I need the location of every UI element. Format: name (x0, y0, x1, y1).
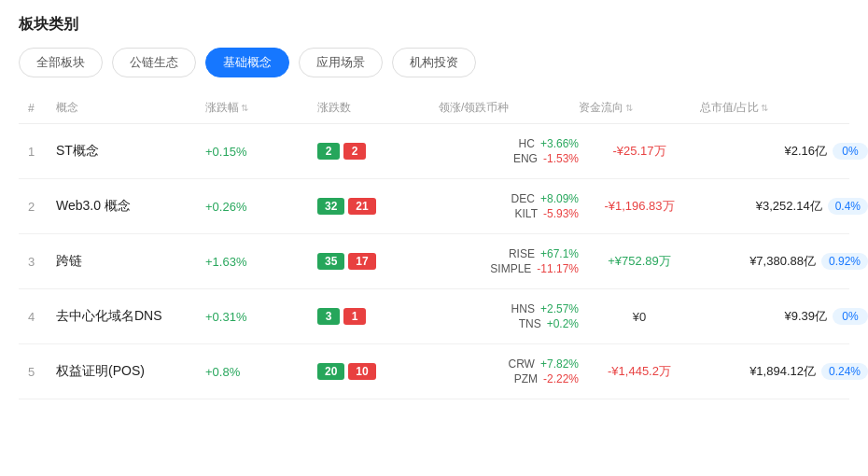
table-row[interactable]: 5 权益证明(POS) +0.8% 20 10 CRW +7.82% PZM -… (19, 344, 849, 399)
table-row[interactable]: 2 Web3.0 概念 +0.26% 32 21 DEC +8.09% KILT… (19, 179, 849, 234)
lead-up-pct: +7.82% (540, 357, 579, 371)
change-pct: +0.8% (205, 365, 317, 379)
lead-up-row: HNS +2.57% (494, 302, 579, 315)
row-index: 1 (28, 145, 56, 159)
concept-name: 跨链 (56, 253, 205, 270)
concept-name: 权益证明(POS) (56, 363, 205, 380)
tab-btn-0[interactable]: 全部板块 (19, 48, 103, 77)
tab-btn-1[interactable]: 公链生态 (112, 48, 196, 77)
tab-btn-3[interactable]: 应用场景 (299, 48, 383, 77)
fund-flow: -¥1,196.83万 (579, 198, 700, 215)
coin-pair: HNS +2.57% TNS +0.2% (439, 302, 579, 330)
lead-down-coin: TNS (500, 317, 541, 330)
lead-down-row: TNS +0.2% (500, 317, 579, 330)
table-row[interactable]: 3 跨链 +1.63% 35 17 RISE +67.1% SIMPLE -11… (19, 234, 849, 289)
lead-up-pct: +8.09% (540, 192, 579, 205)
row-index: 5 (28, 365, 56, 379)
badge-down: 1 (343, 308, 366, 325)
table-wrapper: # 概念 涨跌幅⇅ 涨跌数 领涨/领跌币种 资金流向⇅ 总市值/占比⇅ 1 ST… (19, 92, 849, 399)
fund-flow: +¥752.89万 (579, 253, 700, 270)
sort-icon-fund: ⇅ (625, 103, 633, 113)
change-pct: +1.63% (205, 255, 317, 269)
row-index: 4 (28, 310, 56, 324)
badge-group: 32 21 (317, 198, 439, 215)
market-cap-col: ¥2.16亿 0% (700, 143, 868, 160)
lead-down-pct: -11.17% (537, 262, 579, 275)
lead-up-coin: DEC (494, 192, 535, 205)
badge-up: 20 (317, 363, 344, 380)
lead-up-row: CRW +7.82% (494, 357, 579, 371)
lead-down-coin: SIMPLE (490, 262, 531, 275)
lead-up-pct: +3.66% (540, 137, 579, 150)
lead-up-coin: HNS (494, 302, 535, 315)
cap-percent-badge: 0% (833, 143, 868, 160)
concept-name: ST概念 (56, 143, 205, 160)
market-cap-val: ¥1,894.12亿 (749, 363, 816, 380)
lead-down-pct: -5.93% (543, 207, 579, 220)
row-index: 2 (28, 200, 56, 214)
cap-percent-badge: 0.92% (821, 253, 868, 270)
lead-down-row: SIMPLE -11.17% (490, 262, 579, 275)
cap-percent-badge: 0% (833, 308, 868, 325)
lead-up-row: RISE +67.1% (494, 247, 579, 260)
change-pct: +0.15% (205, 145, 317, 159)
badge-down: 21 (348, 198, 375, 215)
lead-down-coin: KILT (497, 207, 538, 220)
badge-group: 35 17 (317, 253, 439, 270)
badge-up: 2 (317, 143, 340, 160)
change-pct: +0.31% (205, 310, 317, 324)
section-title: 板块类别 (19, 15, 849, 35)
change-pct: +0.26% (205, 200, 317, 214)
market-cap-val: ¥3,252.14亿 (756, 198, 822, 215)
market-cap-val: ¥2.16亿 (784, 143, 827, 160)
lead-up-coin: CRW (494, 357, 535, 371)
market-cap-col: ¥1,894.12亿 0.24% (700, 363, 868, 380)
lead-up-row: HC +3.66% (494, 137, 579, 150)
sort-icon-cap: ⇅ (761, 103, 768, 113)
table-header: # 概念 涨跌幅⇅ 涨跌数 领涨/领跌币种 资金流向⇅ 总市值/占比⇅ (19, 92, 849, 124)
lead-down-pct: +0.2% (547, 317, 579, 330)
market-cap-col: ¥9.39亿 0% (700, 308, 868, 325)
row-index: 3 (28, 255, 56, 269)
header-change-pct[interactable]: 涨跌幅⇅ (205, 100, 317, 116)
badge-up: 3 (317, 308, 340, 325)
badge-group: 20 10 (317, 363, 439, 380)
lead-down-row: KILT -5.93% (497, 207, 579, 220)
sort-icon-change: ⇅ (241, 103, 248, 113)
lead-up-row: DEC +8.09% (494, 192, 579, 205)
table-body: 1 ST概念 +0.15% 2 2 HC +3.66% ENG -1.53% -… (19, 124, 849, 399)
market-cap-col: ¥7,380.88亿 0.92% (700, 253, 868, 270)
table-row[interactable]: 1 ST概念 +0.15% 2 2 HC +3.66% ENG -1.53% -… (19, 124, 849, 179)
concept-name: Web3.0 概念 (56, 198, 205, 215)
fund-flow: -¥25.17万 (579, 143, 700, 160)
lead-up-pct: +67.1% (540, 247, 579, 260)
tab-btn-2[interactable]: 基础概念 (205, 48, 289, 77)
badge-down: 2 (343, 143, 366, 160)
coin-pair: HC +3.66% ENG -1.53% (439, 137, 579, 165)
coin-pair: DEC +8.09% KILT -5.93% (439, 192, 579, 220)
lead-up-coin: HC (494, 137, 535, 150)
lead-down-coin: PZM (497, 372, 538, 385)
header-fund-flow[interactable]: 资金流向⇅ (579, 100, 700, 116)
cap-percent-badge: 0.24% (821, 363, 868, 380)
table-row[interactable]: 4 去中心化域名DNS +0.31% 3 1 HNS +2.57% TNS +0… (19, 289, 849, 344)
badge-group: 3 1 (317, 308, 439, 325)
fund-flow: -¥1,445.2万 (579, 363, 700, 380)
header-change-count: 涨跌数 (317, 100, 439, 116)
lead-up-coin: RISE (494, 247, 535, 260)
lead-down-pct: -1.53% (543, 152, 579, 165)
tab-bar: 全部板块公链生态基础概念应用场景机构投资 (19, 48, 849, 77)
tab-btn-4[interactable]: 机构投资 (392, 48, 476, 77)
badge-group: 2 2 (317, 143, 439, 160)
lead-up-pct: +2.57% (540, 302, 579, 315)
lead-down-pct: -2.22% (543, 372, 579, 385)
badge-up: 35 (317, 253, 344, 270)
lead-down-row: PZM -2.22% (497, 372, 579, 385)
coin-pair: CRW +7.82% PZM -2.22% (439, 357, 579, 385)
header-lead-coins: 领涨/领跌币种 (439, 100, 579, 116)
market-cap-val: ¥7,380.88亿 (749, 253, 816, 270)
page-container: 板块类别 全部板块公链生态基础概念应用场景机构投资 # 概念 涨跌幅⇅ 涨跌数 … (0, 0, 868, 414)
header-market-cap[interactable]: 总市值/占比⇅ (700, 100, 868, 116)
cap-percent-badge: 0.4% (828, 198, 868, 215)
market-cap-val: ¥9.39亿 (784, 308, 827, 325)
